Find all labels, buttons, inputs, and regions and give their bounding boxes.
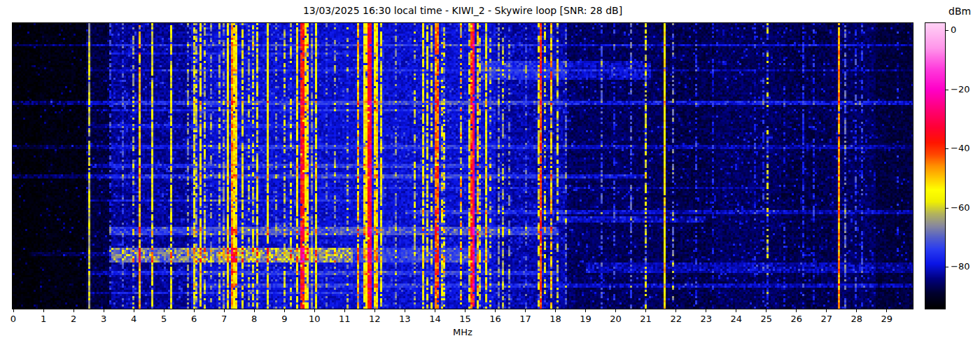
- colorbar-tick: [946, 208, 948, 209]
- x-tick-label: 1: [41, 314, 46, 324]
- x-tick: [465, 309, 465, 312]
- x-tick: [254, 309, 255, 312]
- colorbar-tick-label: −40: [951, 143, 969, 153]
- x-tick-label: 27: [821, 314, 833, 324]
- colorbar-tick-label: −60: [951, 202, 969, 213]
- waterfall-heatmap-canvas: [12, 22, 913, 309]
- x-tick-label: 22: [670, 314, 682, 324]
- x-tick-label: 25: [760, 314, 772, 324]
- x-tick: [13, 309, 14, 312]
- chart-title: 13/03/2025 16:30 local time - KIWI_2 - S…: [13, 5, 913, 16]
- x-tick-label: 3: [101, 314, 106, 324]
- x-tick: [826, 309, 827, 312]
- x-tick: [736, 309, 736, 312]
- colorbar-tick-label: −20: [951, 84, 969, 94]
- x-tick-label: 11: [339, 314, 351, 324]
- x-tick: [766, 309, 766, 312]
- x-tick: [314, 309, 315, 312]
- x-tick: [676, 309, 676, 312]
- x-tick: [615, 309, 616, 312]
- x-tick: [886, 309, 887, 312]
- x-tick-label: 2: [71, 314, 76, 324]
- x-tick: [555, 309, 556, 312]
- x-tick-label: 14: [429, 314, 441, 324]
- x-tick-label: 24: [730, 314, 742, 324]
- x-tick-label: 0: [10, 314, 16, 324]
- x-tick-label: 19: [580, 314, 592, 324]
- x-tick: [164, 309, 164, 312]
- x-tick: [104, 309, 104, 312]
- x-tick: [284, 309, 285, 312]
- x-tick-label: 17: [519, 314, 531, 324]
- x-tick: [495, 309, 496, 312]
- x-tick: [856, 309, 857, 312]
- x-tick: [74, 309, 74, 312]
- colorbar-tick: [946, 30, 948, 31]
- x-tick-label: 8: [251, 314, 257, 324]
- x-axis-label: MHz: [13, 327, 913, 337]
- x-tick-label: 28: [851, 314, 863, 324]
- x-tick: [224, 309, 225, 312]
- x-tick-label: 15: [459, 314, 471, 324]
- x-tick-label: 12: [369, 314, 381, 324]
- x-tick-label: 9: [281, 314, 287, 324]
- colorbar-tick-label: −80: [951, 261, 969, 272]
- colorbar-tick: [946, 90, 948, 90]
- x-tick: [645, 309, 646, 312]
- x-tick-label: 6: [191, 314, 197, 324]
- x-tick-label: 13: [399, 314, 411, 324]
- x-tick: [796, 309, 797, 312]
- x-tick: [435, 309, 435, 312]
- spectrogram-figure: 13/03/2025 16:30 local time - KIWI_2 - S…: [0, 0, 980, 350]
- x-tick: [525, 309, 526, 312]
- x-tick-label: 5: [161, 314, 167, 324]
- x-tick-label: 21: [640, 314, 652, 324]
- colorbar-canvas: [925, 22, 946, 309]
- x-tick: [585, 309, 586, 312]
- x-tick: [43, 309, 44, 312]
- x-tick-label: 4: [131, 314, 136, 324]
- colorbar-tick-label: 0: [951, 24, 956, 35]
- x-tick: [344, 309, 345, 312]
- x-tick: [405, 309, 405, 312]
- x-tick-label: 7: [221, 314, 227, 324]
- x-tick-label: 20: [610, 314, 622, 324]
- colorbar-title: dBm: [948, 6, 971, 17]
- x-tick-label: 23: [700, 314, 712, 324]
- colorbar-tick: [946, 267, 948, 267]
- x-tick: [374, 309, 375, 312]
- colorbar-tick: [946, 148, 948, 149]
- x-tick-label: 26: [790, 314, 802, 324]
- x-tick-label: 16: [489, 314, 501, 324]
- x-tick-label: 10: [309, 314, 321, 324]
- x-tick: [706, 309, 706, 312]
- x-tick: [194, 309, 195, 312]
- x-tick-label: 18: [550, 314, 561, 324]
- x-tick: [134, 309, 134, 312]
- x-tick-label: 29: [881, 314, 893, 324]
